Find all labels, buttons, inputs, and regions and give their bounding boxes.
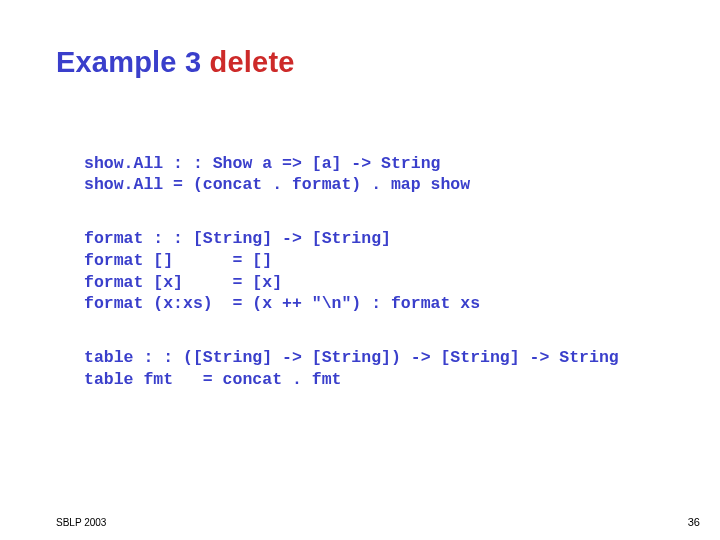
footer: SBLP 2003 36	[56, 516, 700, 528]
code-group-1: show.All : : Show a => [a] -> String sho…	[84, 153, 664, 197]
code-line: show.All = (concat . format) . map show	[84, 175, 470, 194]
code-group-2: format : : [String] -> [String] format […	[84, 228, 664, 315]
title-secondary: delete	[210, 46, 295, 78]
slide-title: Example 3 delete	[56, 46, 664, 79]
code-line: table : : ([String] -> [String]) -> [Str…	[84, 348, 619, 367]
footer-conference: SBLP 2003	[56, 517, 106, 528]
code-block: show.All : : Show a => [a] -> String sho…	[56, 109, 664, 434]
code-group-3: table : : ([String] -> [String]) -> [Str…	[84, 347, 664, 391]
code-line: format : : [String] -> [String]	[84, 229, 391, 248]
code-line: table fmt = concat . fmt	[84, 370, 341, 389]
code-line: format [] = []	[84, 251, 272, 270]
title-primary: Example 3	[56, 46, 201, 78]
code-line: format [x] = [x]	[84, 273, 282, 292]
code-line: show.All : : Show a => [a] -> String	[84, 154, 440, 173]
footer-page-number: 36	[688, 516, 700, 528]
slide: Example 3 delete show.All : : Show a => …	[0, 0, 720, 540]
code-line: format (x:xs) = (x ++ "\n") : format xs	[84, 294, 480, 313]
